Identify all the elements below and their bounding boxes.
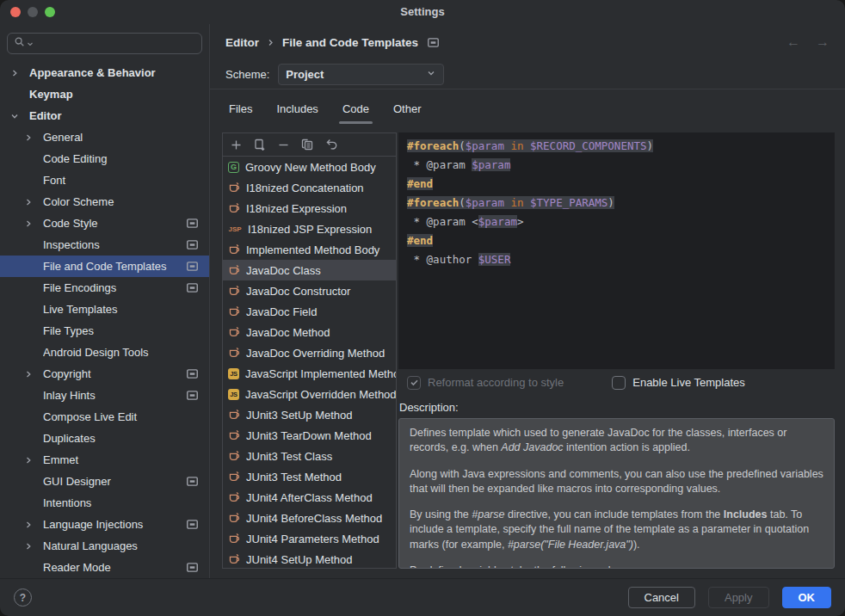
template-item-junit4-beforeclass-method[interactable]: JUnit4 BeforeClass Method [223, 508, 396, 528]
sidebar-item-keymap[interactable]: Keymap [0, 83, 209, 105]
reset-template-button[interactable] [324, 138, 338, 151]
sidebar-item-gui-designer[interactable]: GUI Designer [0, 471, 209, 492]
sidebar-item-color-scheme[interactable]: Color Scheme [0, 191, 209, 213]
template-item-junit3-test-method[interactable]: JUnit3 Test Method [223, 466, 396, 487]
sidebar-item-intentions[interactable]: Intentions [0, 492, 209, 514]
remove-template-button[interactable] [277, 139, 290, 151]
project-settings-icon [187, 390, 209, 401]
sidebar-item-language-injections[interactable]: Language Injections [0, 514, 209, 535]
sidebar-item-reader-mode[interactable]: Reader Mode [0, 557, 209, 578]
chevron-right-icon[interactable] [10, 69, 29, 77]
chevron-down-icon[interactable] [10, 112, 29, 120]
template-item-junit3-teardown-method[interactable]: JUnit3 TearDown Method [223, 425, 396, 446]
sidebar-item-natural-languages[interactable]: Natural Languages [0, 535, 209, 557]
sidebar-item-file-and-code-templates[interactable]: File and Code Templates [0, 256, 209, 277]
scheme-value: Project [286, 68, 426, 81]
sidebar-item-duplicates[interactable]: Duplicates [0, 428, 209, 449]
template-item-implemented-method-body[interactable]: Implemented Method Body [223, 239, 396, 260]
template-item-junit3-setup-method[interactable]: JUnit3 SetUp Method [223, 404, 396, 425]
sidebar-item-label: File Encodings [43, 281, 187, 294]
chevron-right-icon[interactable] [24, 370, 43, 379]
template-code-editor[interactable]: #foreach($param in $RECORD_COMPONENTS) *… [398, 132, 835, 369]
sidebar-item-font[interactable]: Font [0, 169, 209, 191]
project-settings-icon [187, 261, 209, 272]
template-item-junit4-setup-method[interactable]: JUnit4 SetUp Method [223, 549, 396, 568]
breadcrumb-item-editor[interactable]: Editor [225, 36, 259, 49]
chevron-right-icon[interactable] [24, 521, 43, 529]
apply-button[interactable]: Apply [708, 587, 769, 608]
template-item-javascript-implemented-method-body[interactable]: JSJavaScript Implemented Method Body [223, 363, 396, 384]
sidebar-item-editor[interactable]: Editor [0, 105, 209, 126]
sidebar-item-android-design-tools[interactable]: Android Design Tools [0, 342, 209, 363]
template-item-label: I18nized JSP Expression [248, 223, 372, 236]
template-item-label: JUnit3 SetUp Method [246, 409, 353, 422]
template-item-javadoc-method[interactable]: JavaDoc Method [223, 322, 396, 342]
reformat-checkbox[interactable] [407, 376, 421, 390]
breadcrumb-item-file-and-code-templates[interactable]: File and Code Templates [282, 36, 418, 49]
sidebar-item-code-editing[interactable]: Code Editing [0, 148, 209, 169]
template-item-i18nized-concatenation[interactable]: I18nized Concatenation [223, 177, 396, 198]
template-item-javascript-overridden-method-body[interactable]: JSJavaScript Overridden Method Body [223, 384, 396, 404]
chevron-right-icon[interactable] [24, 542, 43, 551]
chevron-right-icon[interactable] [24, 133, 43, 142]
project-settings-icon [187, 239, 209, 250]
reformat-checkbox-label: Reformat according to style [428, 376, 564, 389]
sidebar-item-label: Code Editing [43, 152, 209, 165]
sidebar-item-code-style[interactable]: Code Style [0, 213, 209, 234]
scheme-select[interactable]: Project [278, 64, 444, 85]
template-item-label: JUnit3 TearDown Method [246, 429, 372, 442]
settings-tree: Appearance & BehaviorKeymapEditorGeneral… [0, 62, 209, 578]
live-templates-checkbox[interactable] [612, 376, 626, 390]
template-item-i18nized-jsp-expression[interactable]: JSPI18nized JSP Expression [223, 219, 396, 239]
description-box[interactable]: Defines template which used to generate … [398, 418, 835, 569]
chevron-right-icon[interactable] [24, 456, 43, 465]
tab-other[interactable]: Other [385, 89, 430, 128]
forward-button[interactable]: → [816, 34, 830, 50]
sidebar-item-inlay-hints[interactable]: Inlay Hints [0, 385, 209, 406]
chevron-down-icon [426, 68, 436, 81]
sidebar-item-emmet[interactable]: Emmet [0, 449, 209, 471]
chevron-right-icon[interactable] [24, 219, 43, 228]
ok-button[interactable]: OK [782, 587, 832, 608]
template-item-junit4-afterclass-method[interactable]: JUnit4 AfterClass Method [223, 487, 396, 508]
cancel-button[interactable]: Cancel [628, 587, 695, 608]
sidebar-item-file-encodings[interactable]: File Encodings [0, 277, 209, 299]
template-item-label: JUnit4 Parameters Method [246, 533, 379, 545]
back-button[interactable]: ← [786, 34, 800, 50]
tab-includes[interactable]: Includes [268, 89, 326, 128]
tab-code[interactable]: Code [334, 89, 378, 128]
sidebar-item-live-templates[interactable]: Live Templates [0, 299, 209, 320]
sidebar-item-appearance-behavior[interactable]: Appearance & Behavior [0, 62, 209, 83]
add-template-button[interactable] [230, 139, 243, 151]
code-line: #foreach($param in $TYPE_PARAMS) [407, 194, 826, 213]
template-item-junit4-parameters-method[interactable]: JUnit4 Parameters Method [223, 528, 396, 549]
sidebar-item-compose-live-edit[interactable]: Compose Live Edit [0, 406, 209, 428]
description-paragraph: By using the #parse directive, you can i… [410, 508, 823, 552]
search-input[interactable] [34, 37, 195, 50]
java-file-icon [228, 533, 240, 545]
project-settings-icon [187, 368, 209, 379]
template-item-i18nized-expression[interactable]: I18nized Expression [223, 198, 396, 219]
help-button[interactable]: ? [14, 588, 32, 607]
template-item-javadoc-field[interactable]: JavaDoc Field [223, 301, 396, 322]
sidebar-item-copyright[interactable]: Copyright [0, 363, 209, 385]
template-item-label: JUnit3 Test Method [246, 471, 342, 484]
template-item-label: Groovy New Method Body [245, 161, 376, 174]
sidebar-item-inspections[interactable]: Inspections [0, 234, 209, 256]
template-item-javadoc-class[interactable]: JavaDoc Class [223, 260, 396, 280]
search-history-chevron-icon[interactable] [27, 37, 34, 50]
sidebar-item-file-types[interactable]: File Types [0, 320, 209, 342]
search-field[interactable] [7, 33, 202, 54]
chevron-right-icon[interactable] [24, 198, 43, 206]
sidebar-item-label: Code Style [43, 217, 187, 230]
template-item-junit3-test-class[interactable]: JUnit3 Test Class [223, 446, 396, 466]
template-item-javadoc-overriding-method[interactable]: JavaDoc Overriding Method [223, 342, 396, 363]
sidebar-item-general[interactable]: General [0, 126, 209, 148]
template-item-groovy-new-method-body[interactable]: GGroovy New Method Body [223, 157, 396, 177]
code-line: #end [407, 175, 826, 194]
breadcrumb: Editor File and Code Templates ← → [210, 24, 845, 60]
template-item-javadoc-constructor[interactable]: JavaDoc Constructor [223, 280, 396, 301]
create-child-template-button[interactable] [253, 138, 267, 151]
tab-files[interactable]: Files [220, 89, 261, 128]
copy-template-button[interactable] [300, 138, 314, 151]
